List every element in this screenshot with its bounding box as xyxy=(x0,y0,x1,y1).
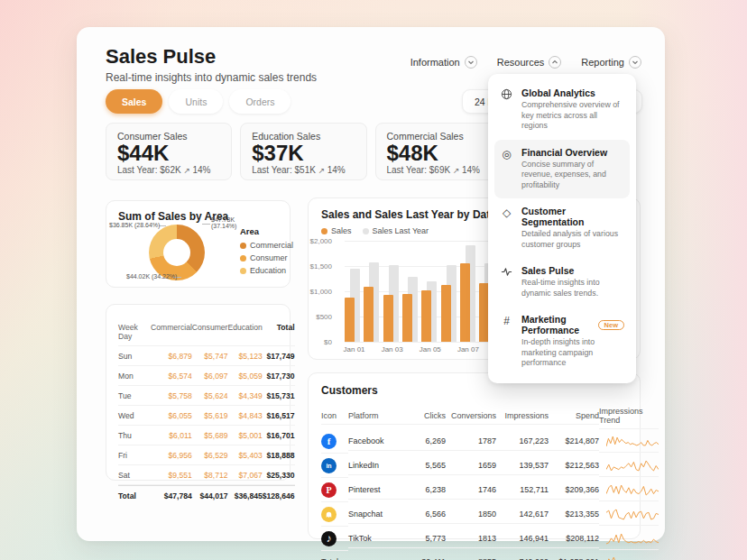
commercial-cell: $9,551 xyxy=(151,465,192,485)
total-cell: $16,517 xyxy=(263,406,295,426)
menu-item-title: Customer Segmentation xyxy=(521,206,624,227)
bar-sales xyxy=(421,290,431,342)
consumer-cell: $8,712 xyxy=(192,465,228,485)
legend-item-consumer: Consumer xyxy=(240,252,293,264)
column-header: Impressions xyxy=(496,407,549,425)
donut-chart xyxy=(149,225,205,280)
trend-up-icon: ↗ xyxy=(318,166,327,175)
kpi-subtext: Last Year: $51K ↗ 14% xyxy=(252,165,355,175)
chevron-up-icon xyxy=(549,56,561,69)
consumer-cell: $5,624 xyxy=(192,386,228,406)
nav-item-reporting[interactable]: Reporting xyxy=(581,56,641,69)
icon-cell: f xyxy=(321,429,348,454)
column-header: Clicks xyxy=(406,407,446,425)
menu-item-desc: Concise summary of revenue, expenses, an… xyxy=(521,160,624,191)
icon-cell: P xyxy=(321,478,348,502)
legend-dot xyxy=(240,243,246,249)
kpi-value: $48K xyxy=(387,142,490,165)
spend-cell: $209,366 xyxy=(549,482,599,500)
legend-label: Commercial xyxy=(250,239,293,252)
tab-units[interactable]: Units xyxy=(169,89,223,114)
legend-sales: Sales xyxy=(321,225,352,237)
commercial-cell: $6,879 xyxy=(151,346,192,366)
total-row-cell: $36,845 xyxy=(228,485,263,505)
nav-item-information[interactable]: Information xyxy=(410,56,477,69)
diamond-icon: ◇ xyxy=(500,206,513,250)
impressions-cell: 152,711 xyxy=(496,482,549,500)
legend-item-commercial: Commercial xyxy=(240,239,293,252)
bar-sales xyxy=(402,294,412,342)
spend-cell: $214,807 xyxy=(549,433,599,451)
clicks-cell: 6,269 xyxy=(406,433,446,451)
consumer-cell: $5,689 xyxy=(192,426,228,445)
nav-item-label: Information xyxy=(410,57,460,68)
spend-cell: $212,563 xyxy=(549,457,599,475)
bar-chart-legend: SalesSales Last Year xyxy=(321,225,429,237)
bar-group xyxy=(441,241,456,342)
impressions-cell: 139,537 xyxy=(496,457,549,475)
clicks-cell: 5,773 xyxy=(406,530,446,548)
view-tabs: SalesUnitsOrders xyxy=(106,89,290,114)
platform-cell: LinkedIn xyxy=(348,457,406,475)
menu-item-customer-segmentation[interactable]: ◇Customer SegmentationDetailed analysis … xyxy=(494,198,630,258)
kpi-delta: 14% xyxy=(327,165,346,175)
weekday-table: Week DayCommercialConsumerEducationTotal… xyxy=(118,317,278,505)
kpi-subtext: Last Year: $62K ↗ 14% xyxy=(117,165,220,175)
menu-item-sales-pulse[interactable]: Sales PulseReal-time insights into dynam… xyxy=(494,258,630,307)
conversions-total-cell: 8855 xyxy=(446,554,496,560)
target-icon: ◎ xyxy=(500,147,513,191)
total-cell: $25,330 xyxy=(263,465,295,485)
platform-cell: Facebook xyxy=(348,433,406,451)
total-cell: $17,749 xyxy=(263,346,295,366)
conversions-cell: 1746 xyxy=(446,482,496,500)
snapchat-icon xyxy=(321,507,337,522)
donut-label-commercial: $47.78K (37.14%) xyxy=(211,216,236,229)
bar-group xyxy=(402,241,418,342)
customers-title: Customers xyxy=(321,384,627,397)
tab-orders[interactable]: Orders xyxy=(229,89,290,114)
impressions-cell: 167,223 xyxy=(496,433,549,451)
clicks-total-cell: 30,411 xyxy=(406,554,446,560)
menu-item-global-analytics[interactable]: Global AnalyticsComprehensive overview o… xyxy=(494,80,630,140)
kpi-value: $37K xyxy=(252,142,355,165)
weekday-cell: Tue xyxy=(118,386,151,406)
consumer-cell: $6,529 xyxy=(192,445,228,465)
menu-item-body: Customer SegmentationDetailed analysis o… xyxy=(521,206,624,250)
total-row-cell: $128,646 xyxy=(263,485,295,505)
donut-label-line xyxy=(202,224,210,225)
legend-item-education: Education xyxy=(240,264,293,277)
trend-up-icon: ↗ xyxy=(453,166,462,175)
tab-sales[interactable]: Sales xyxy=(106,89,162,114)
menu-item-title: Financial Overview xyxy=(521,147,624,158)
spend-total-cell: $1,058,201 xyxy=(549,554,599,560)
menu-item-financial-overview[interactable]: ◎Financial OverviewConcise summary of re… xyxy=(494,140,630,199)
customers-table: IconPlatformClicksConversionsImpressions… xyxy=(321,402,627,560)
legend-label: Sales xyxy=(331,225,352,237)
conversions-cell: 1659 xyxy=(446,457,496,475)
clicks-cell: 6,238 xyxy=(406,482,446,500)
trend-cell xyxy=(599,479,659,501)
nav-item-resources[interactable]: Resources xyxy=(497,56,562,69)
bar-group xyxy=(383,241,399,342)
education-cell: $4,843 xyxy=(228,406,263,426)
weekday-cell: Mon xyxy=(118,366,151,386)
education-cell: $7,067 xyxy=(228,465,263,485)
kpi-last-year: Last Year: $62K xyxy=(117,165,183,175)
kpi-last-year: Last Year: $51K xyxy=(252,165,318,175)
total-row-cell: $47,784 xyxy=(151,485,192,505)
clicks-cell: 5,565 xyxy=(406,457,446,475)
trend-cell xyxy=(599,430,659,453)
bar-sales xyxy=(364,287,374,342)
y-axis-label: $500 xyxy=(316,313,332,321)
new-badge: New xyxy=(598,320,624,330)
customers-panel: Customers IconPlatformClicksConversionsI… xyxy=(308,372,641,539)
page-subtitle: Real-time insights into dynamic sales tr… xyxy=(106,71,317,84)
clicks-cell: 6,566 xyxy=(406,506,446,524)
menu-item-marketing-performance[interactable]: #Marketing PerformanceNewIn-depth insigh… xyxy=(494,307,630,377)
legend-dot xyxy=(363,228,369,234)
impressions-total-cell: 749,029 xyxy=(496,554,549,560)
icon-cell: in xyxy=(321,454,348,478)
kpi-value: $44K xyxy=(117,142,220,165)
total-label-cell: Total xyxy=(321,554,348,560)
linkedin-icon: in xyxy=(321,458,337,473)
